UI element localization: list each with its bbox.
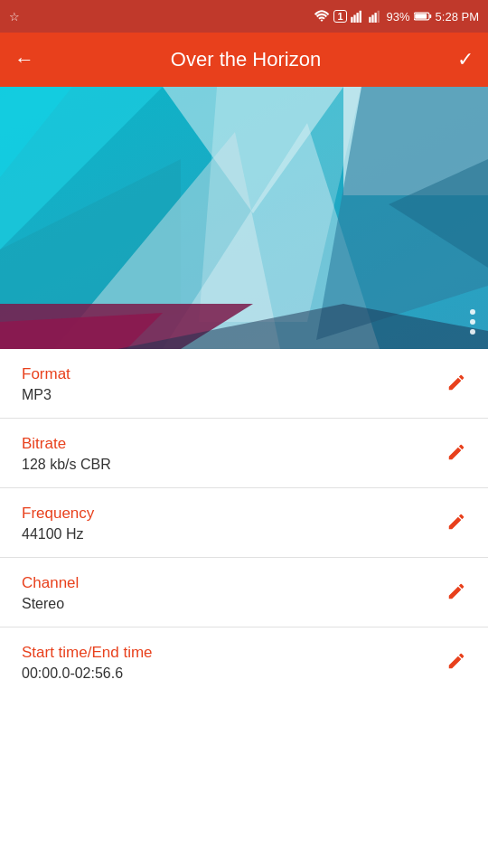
- edit-pencil-icon-0: [446, 373, 466, 392]
- back-button[interactable]: ←: [14, 48, 34, 71]
- svg-rect-9: [429, 14, 431, 18]
- dot2: [470, 319, 475, 325]
- time-display: 5:28 PM: [436, 10, 479, 24]
- svg-rect-2: [356, 13, 358, 23]
- svg-rect-10: [415, 14, 427, 18]
- status-bar: ☆ 1 93% 5:28 PM: [0, 0, 488, 33]
- detail-label-4: Start time/End time: [22, 644, 153, 662]
- detail-value-0: MP3: [22, 387, 70, 403]
- detail-text-4: Start time/End time 00:00.0-02:56.6: [22, 644, 153, 682]
- edit-pencil-icon-1: [446, 442, 466, 462]
- svg-rect-4: [369, 17, 371, 23]
- sim-badge: 1: [333, 10, 346, 23]
- svg-rect-7: [377, 11, 379, 23]
- svg-rect-3: [359, 11, 361, 23]
- edit-pencil-icon-3: [446, 581, 466, 601]
- detail-item-frequency: Frequency 44100 Hz: [0, 488, 488, 558]
- detail-label-0: Format: [22, 365, 70, 383]
- svg-rect-1: [353, 14, 355, 23]
- detail-text-2: Frequency 44100 Hz: [22, 505, 94, 542]
- confirm-button[interactable]: ✓: [457, 48, 474, 71]
- detail-value-2: 44100 Hz: [22, 526, 94, 542]
- edit-button-3[interactable]: [446, 581, 466, 605]
- detail-label-2: Frequency: [22, 505, 94, 523]
- edit-pencil-icon-2: [446, 512, 466, 532]
- edit-button-2[interactable]: [446, 512, 466, 535]
- signal2-icon: [369, 10, 383, 23]
- detail-text-3: Channel Stereo: [22, 574, 79, 612]
- dot1: [470, 309, 475, 315]
- detail-item-format: Format MP3: [0, 349, 488, 419]
- detail-item-channel: Channel Stereo: [0, 558, 488, 627]
- dot3: [470, 329, 475, 335]
- battery-icon: [414, 11, 432, 22]
- svg-rect-0: [351, 17, 352, 23]
- detail-value-3: Stereo: [22, 596, 79, 612]
- album-art: [0, 87, 488, 349]
- detail-text-1: Bitrate 128 kb/s CBR: [22, 435, 111, 473]
- detail-text-0: Format MP3: [22, 365, 70, 403]
- edit-button-4[interactable]: [446, 651, 466, 675]
- edit-pencil-icon-4: [446, 651, 466, 671]
- page-title: Over the Horizon: [42, 48, 450, 71]
- signal1-icon: [351, 10, 365, 23]
- detail-item-bitrate: Bitrate 128 kb/s CBR: [0, 419, 488, 488]
- more-options-button[interactable]: [470, 309, 475, 335]
- edit-button-0[interactable]: [446, 373, 466, 396]
- svg-rect-5: [371, 14, 373, 23]
- detail-value-4: 00:00.0-02:56.6: [22, 665, 153, 682]
- album-art-svg: [0, 87, 488, 349]
- detail-list: Format MP3 Bitrate 128 kb/s CBR Frequenc…: [0, 349, 488, 696]
- battery-text: 93%: [387, 10, 410, 24]
- detail-label-1: Bitrate: [22, 435, 111, 453]
- status-right: 1 93% 5:28 PM: [314, 10, 479, 24]
- svg-rect-6: [374, 13, 376, 23]
- status-left: ☆: [9, 10, 20, 24]
- top-bar: ← Over the Horizon ✓: [0, 33, 488, 87]
- edit-button-1[interactable]: [446, 442, 466, 466]
- detail-value-1: 128 kb/s CBR: [22, 457, 111, 473]
- notification-icon: ☆: [9, 10, 20, 24]
- detail-label-3: Channel: [22, 574, 79, 592]
- detail-item-start-time-end-time: Start time/End time 00:00.0-02:56.6: [0, 627, 488, 696]
- wifi-icon: [314, 10, 330, 23]
